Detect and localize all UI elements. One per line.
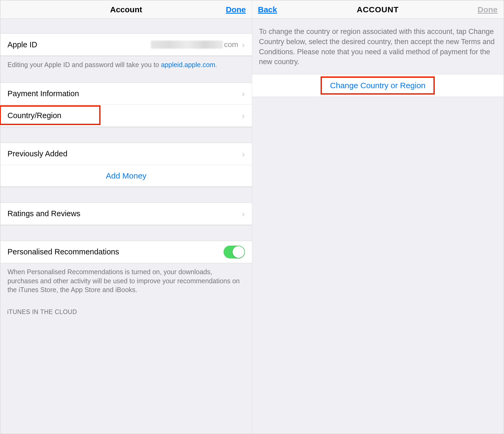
appleid-link[interactable]: appleid.apple.com [161, 61, 215, 68]
chevron-right-icon: › [242, 111, 245, 120]
add-money-button[interactable]: Add Money [1, 165, 252, 187]
spacer [1, 187, 252, 203]
apple-id-note: Editing your Apple ID and password will … [1, 56, 252, 75]
apple-id-label: Apple ID [7, 40, 37, 49]
change-country-info: To change the country or region associat… [252, 19, 504, 74]
apple-id-row[interactable]: Apple ID com › [1, 34, 252, 56]
spacer [1, 225, 252, 241]
spacer [1, 19, 252, 34]
personalised-recommendations-row[interactable]: Personalised Recommendations [1, 241, 252, 263]
chevron-right-icon: › [242, 210, 245, 218]
chevron-right-icon: › [242, 150, 245, 158]
done-button-right: Done [478, 5, 498, 14]
country-region-row[interactable]: Country/Region › [1, 105, 252, 127]
change-country-button[interactable]: Change Country or Region [321, 76, 435, 95]
chevron-right-icon: › [242, 89, 245, 98]
done-button-left[interactable]: Done [226, 5, 246, 14]
previously-added-row[interactable]: Previously Added › [1, 143, 252, 165]
nav-title-right: ACCOUNT [357, 5, 399, 14]
back-button[interactable]: Back [258, 5, 277, 14]
change-country-row[interactable]: Change Country or Region [252, 74, 504, 97]
personalised-note: When Personalised Recommendations is tur… [1, 263, 252, 300]
nav-title-left: Account [110, 5, 142, 14]
ratings-reviews-row[interactable]: Ratings and Reviews › [1, 203, 252, 225]
right-navbar: Back ACCOUNT Done [252, 1, 504, 19]
itunes-cloud-header: iTUNES IN THE CLOUD [1, 300, 252, 319]
personalised-toggle[interactable] [224, 246, 245, 258]
left-navbar: Account Done [1, 1, 252, 19]
spacer [1, 127, 252, 143]
payment-information-row[interactable]: Payment Information › [1, 83, 252, 105]
chevron-right-icon: › [242, 40, 245, 49]
apple-id-value: com [151, 40, 238, 49]
